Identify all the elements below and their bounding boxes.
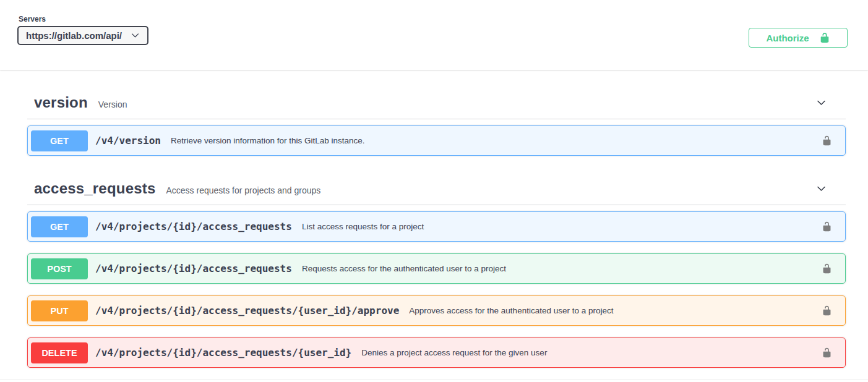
endpoint-auth-button[interactable] xyxy=(822,263,832,274)
endpoint-description: Approves access for the authenticated us… xyxy=(409,306,822,315)
section-header[interactable]: version Version xyxy=(27,94,846,119)
unlock-icon xyxy=(822,135,832,146)
endpoint-path: /v4/projects/{id}/access_requests/{user_… xyxy=(95,305,399,316)
section-description: Access requests for projects and groups xyxy=(166,185,320,195)
unlock-icon xyxy=(819,32,830,43)
unlock-icon xyxy=(822,221,832,232)
chevron-down-icon xyxy=(814,98,828,108)
endpoint-path: /v4/projects/{id}/access_requests/{user_… xyxy=(95,347,351,359)
endpoint-auth-button[interactable] xyxy=(822,347,832,358)
endpoint-row[interactable]: GET /v4/version Retrieve version informa… xyxy=(27,125,846,156)
api-section: version Version GET /v4/version Retrieve… xyxy=(27,94,846,156)
endpoint-path: /v4/projects/{id}/access_requests xyxy=(95,221,292,232)
section-title: version xyxy=(34,94,88,111)
authorize-button[interactable]: Authorize xyxy=(749,28,848,48)
endpoint-auth-button[interactable] xyxy=(822,305,832,316)
servers-block: Servers https://gitlab.com/api/ xyxy=(17,15,148,45)
unlock-icon xyxy=(822,347,832,358)
chevron-down-icon xyxy=(814,184,828,194)
endpoint-row[interactable]: PUT /v4/projects/{id}/access_requests/{u… xyxy=(27,295,846,326)
section-title: access_requests xyxy=(34,180,155,197)
server-select-value: https://gitlab.com/api/ xyxy=(26,30,122,41)
endpoint-description: Denies a project access request for the … xyxy=(361,348,822,357)
unlock-icon xyxy=(822,263,832,274)
endpoint-path: /v4/projects/{id}/access_requests xyxy=(95,263,292,274)
endpoint-description: Retrieve version information for this Gi… xyxy=(171,136,822,145)
method-badge: POST xyxy=(31,258,88,279)
endpoint-auth-button[interactable] xyxy=(822,135,832,146)
servers-label: Servers xyxy=(17,15,148,23)
endpoint-row[interactable]: POST /v4/projects/{id}/access_requests R… xyxy=(27,253,846,284)
endpoint-description: List access requests for a project xyxy=(302,222,822,231)
collapse-section-button[interactable] xyxy=(814,184,828,194)
chevron-down-icon xyxy=(131,31,140,40)
method-badge: GET xyxy=(31,130,88,151)
scheme-container: Servers https://gitlab.com/api/ Authoriz… xyxy=(0,0,868,70)
section-description: Version xyxy=(98,100,127,109)
collapse-section-button[interactable] xyxy=(814,98,828,108)
api-section: access_requests Access requests for proj… xyxy=(27,180,846,368)
method-badge: DELETE xyxy=(31,342,88,363)
authorize-label: Authorize xyxy=(766,33,809,43)
api-sections: version Version GET /v4/version Retrieve… xyxy=(0,94,868,368)
method-badge: PUT xyxy=(31,300,88,321)
endpoint-auth-button[interactable] xyxy=(822,221,832,232)
endpoint-description: Requests access for the authenticated us… xyxy=(302,264,822,273)
server-select[interactable]: https://gitlab.com/api/ xyxy=(17,26,148,45)
endpoint-list: GET /v4/projects/{id}/access_requests Li… xyxy=(27,205,846,368)
method-badge: GET xyxy=(31,216,88,237)
endpoint-list: GET /v4/version Retrieve version informa… xyxy=(27,119,846,156)
endpoint-path: /v4/version xyxy=(95,135,161,146)
unlock-icon xyxy=(822,305,832,316)
endpoint-row[interactable]: GET /v4/projects/{id}/access_requests Li… xyxy=(27,211,846,242)
endpoint-row[interactable]: DELETE /v4/projects/{id}/access_requests… xyxy=(27,337,846,368)
section-header[interactable]: access_requests Access requests for proj… xyxy=(27,180,846,205)
section-divider xyxy=(0,380,868,380)
